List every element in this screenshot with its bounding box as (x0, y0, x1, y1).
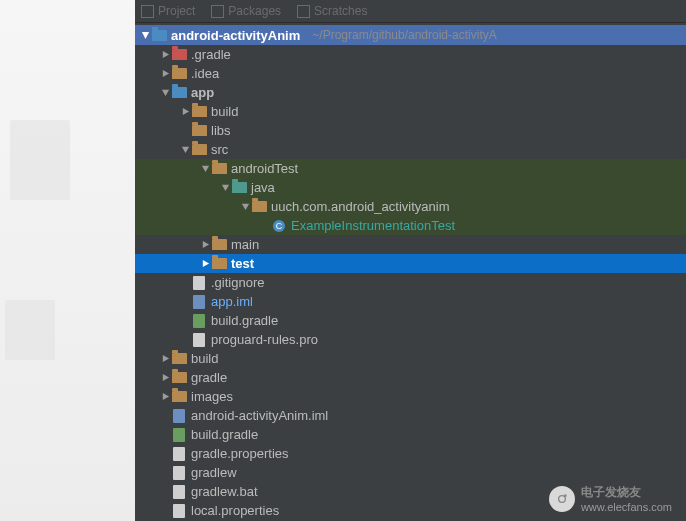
tree-item-label: build.gradle (191, 427, 264, 442)
svg-marker-8 (241, 204, 248, 210)
pkg-root[interactable]: uuch.com.android_activityanim (135, 197, 686, 216)
svg-marker-14 (162, 374, 168, 381)
svg-marker-12 (202, 260, 208, 267)
tree-item-label: java (251, 180, 281, 195)
file-icon (191, 276, 207, 290)
tree-item-label: uuch.com.android_activityanim (271, 199, 455, 214)
dir-libs[interactable]: libs (135, 121, 686, 140)
svg-marker-3 (161, 90, 168, 96)
watermark: 电子发烧友 www.elecfans.com (549, 484, 672, 513)
expand-arrow-icon[interactable] (199, 239, 211, 251)
watermark-logo-icon (549, 486, 575, 512)
file-app-iml[interactable]: app.iml (135, 292, 686, 311)
tree-item-label: androidTest (231, 161, 304, 176)
tree-item-label: gradle.properties (191, 446, 295, 461)
file-root-iml[interactable]: android-activityAnim.iml (135, 406, 686, 425)
dir-idea[interactable]: .idea (135, 64, 686, 83)
class-example-test[interactable]: CExampleInstrumentationTest (135, 216, 686, 235)
dir-test[interactable]: test (135, 254, 686, 273)
gradle-file-icon (191, 314, 207, 328)
file-icon (171, 447, 187, 461)
folder-icon (251, 200, 267, 214)
folder-icon (191, 105, 207, 119)
expand-arrow-icon[interactable] (159, 49, 171, 61)
svg-marker-15 (162, 393, 168, 400)
svg-marker-6 (201, 166, 208, 172)
tab-project[interactable]: Project (141, 4, 195, 18)
tab-scratches[interactable]: Scratches (297, 4, 367, 18)
svg-point-16 (559, 495, 566, 502)
module-app[interactable]: app (135, 83, 686, 102)
tree-item-label: build.gradle (211, 313, 284, 328)
tree-item-label: local.properties (191, 503, 285, 518)
tree-item-label: app.iml (211, 294, 259, 309)
folder-icon (171, 390, 187, 404)
expand-arrow-icon[interactable] (159, 372, 171, 384)
collapse-arrow-icon[interactable] (239, 201, 251, 213)
module-folder-icon (171, 86, 187, 100)
dir-build[interactable]: build (135, 349, 686, 368)
tree-item-label: build (191, 351, 224, 366)
tree-item-label: gradlew.bat (191, 484, 264, 499)
collapse-arrow-icon[interactable] (199, 163, 211, 175)
dir-gradle[interactable]: gradle (135, 368, 686, 387)
file-gitignore[interactable]: .gitignore (135, 273, 686, 292)
folder-icon (191, 143, 207, 157)
class-icon: C (271, 219, 287, 233)
dir-app-build[interactable]: build (135, 102, 686, 121)
tree-item-label: src (211, 142, 234, 157)
dir-src[interactable]: src (135, 140, 686, 159)
expand-arrow-icon[interactable] (179, 106, 191, 118)
tree-item-label: images (191, 389, 239, 404)
excluded-folder-icon (171, 48, 187, 62)
dir-androidtest[interactable]: androidTest (135, 159, 686, 178)
expand-arrow-icon[interactable] (159, 68, 171, 80)
tree-item-label: ExampleInstrumentationTest (291, 218, 461, 233)
dir-gradle-cache[interactable]: .gradle (135, 45, 686, 64)
file-app-build-gradle[interactable]: build.gradle (135, 311, 686, 330)
folder-icon (171, 371, 187, 385)
root-name: android-activityAnim (171, 28, 306, 43)
view-tab-bar: Project Packages Scratches (135, 0, 686, 23)
svg-marker-5 (181, 147, 188, 153)
svg-marker-13 (162, 355, 168, 362)
project-tree[interactable]: android-activityAnim ~/Program/github/an… (135, 23, 686, 521)
file-gradlew[interactable]: gradlew (135, 463, 686, 482)
collapse-arrow-icon[interactable] (179, 144, 191, 156)
dir-images[interactable]: images (135, 387, 686, 406)
expand-arrow-icon[interactable] (139, 29, 151, 41)
gradle-file-icon (171, 428, 187, 442)
svg-marker-0 (141, 31, 148, 38)
tree-item-label: .idea (191, 66, 225, 81)
module-icon (151, 28, 167, 42)
tab-packages[interactable]: Packages (211, 4, 281, 18)
tree-item-label: .gitignore (211, 275, 270, 290)
svg-marker-11 (202, 241, 208, 248)
file-proguard[interactable]: proguard-rules.pro (135, 330, 686, 349)
svg-marker-7 (221, 185, 228, 191)
ide-project-panel: Project Packages Scratches android-activ… (135, 0, 686, 521)
tree-item-label: app (191, 85, 220, 100)
svg-marker-1 (162, 51, 168, 58)
expand-arrow-icon[interactable] (159, 353, 171, 365)
page-background (0, 0, 135, 521)
expand-arrow-icon[interactable] (159, 391, 171, 403)
svg-point-17 (564, 494, 567, 497)
file-icon (171, 466, 187, 480)
file-icon (171, 485, 187, 499)
folder-icon (171, 352, 187, 366)
collapse-arrow-icon[interactable] (219, 182, 231, 194)
folder-icon (211, 257, 227, 271)
dir-java[interactable]: java (135, 178, 686, 197)
file-gradle-props[interactable]: gradle.properties (135, 444, 686, 463)
expand-arrow-icon[interactable] (199, 258, 211, 270)
dir-main[interactable]: main (135, 235, 686, 254)
svg-text:C: C (276, 221, 283, 231)
tree-root[interactable]: android-activityAnim ~/Program/github/an… (135, 25, 686, 45)
file-root-build-gradle[interactable]: build.gradle (135, 425, 686, 444)
collapse-arrow-icon[interactable] (159, 87, 171, 99)
iml-file-icon (171, 409, 187, 423)
tree-item-label: test (231, 256, 260, 271)
tree-item-label: proguard-rules.pro (211, 332, 324, 347)
tree-item-label: build (211, 104, 244, 119)
